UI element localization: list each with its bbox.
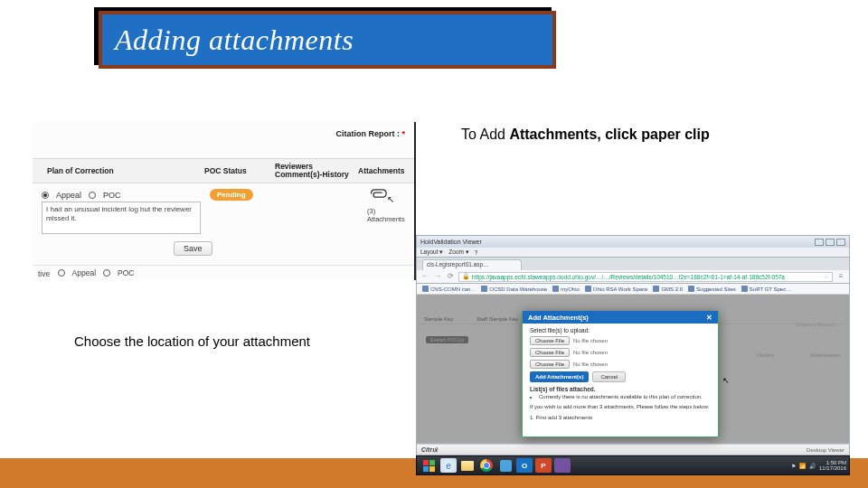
col-poc-status: POC Status — [204, 166, 275, 175]
col-plan-of-correction: Plan of Correction — [33, 166, 204, 175]
taskbar-clock[interactable]: 1:50 PM 11/17/2016 — [819, 460, 846, 471]
browser-tab[interactable]: cls-Legisreport01.asp… — [422, 259, 522, 270]
files-attached-label: List(s) of files attached. — [530, 386, 711, 392]
url-field[interactable]: 🔒 https://javaapps.ecfd.staweapps.dodd.o… — [458, 272, 833, 282]
taskbar-powerpoint-icon[interactable]: P — [535, 458, 552, 473]
bookmark-icon — [422, 286, 429, 292]
clock-date: 11/17/2016 — [819, 465, 846, 471]
col-attachments: Attachments — [358, 166, 414, 175]
maximize-button[interactable] — [826, 239, 835, 246]
appeal-poc-radio-group-2[interactable]: Appeal POC — [58, 268, 135, 277]
minimize-button[interactable] — [815, 239, 824, 246]
viewer-toolbar[interactable]: Layout ▾ Zoom ▾ ? — [416, 248, 850, 258]
radio-poc-2[interactable] — [103, 269, 110, 277]
taskbar-other-icon[interactable] — [554, 458, 571, 473]
browser-tabstrip[interactable]: cls-Legisreport01.asp… — [416, 258, 850, 270]
citrix-brand: Citrıẋ — [421, 446, 439, 454]
window-title: HoldValidation Viewer — [420, 239, 482, 245]
radio-appeal-label: Appeal — [56, 191, 81, 200]
appeal-poc-radio-group[interactable]: Appeal POC — [42, 191, 121, 200]
choose-file-button-2[interactable]: Choose File — [530, 348, 570, 357]
more-than-3-note: If you wish to add more than 3 attachmen… — [530, 404, 711, 410]
bookmark-icon — [585, 286, 591, 292]
tray-volume-icon[interactable]: 🔊 — [809, 463, 816, 469]
taskbar-folder-icon[interactable] — [459, 458, 476, 473]
radio-appeal[interactable] — [42, 192, 49, 199]
bookmark-label: CNS-COMN can… — [430, 286, 476, 292]
bookmark-item[interactable]: myOhio — [552, 286, 580, 292]
tray-network-icon[interactable]: 📶 — [799, 463, 806, 469]
start-button[interactable] — [420, 458, 438, 473]
bookmark-item[interactable]: SuRT GT Spec… — [741, 286, 791, 292]
taskbar-app-icon[interactable] — [497, 458, 514, 473]
radio-poc-label-2: POC — [118, 268, 134, 277]
windows-taskbar[interactable]: e O P ⚑ 📶 🔊 1:50 PM 11/17/2016 — [416, 455, 850, 475]
correction-note-textarea[interactable]: I had an unusual incident log but the re… — [42, 202, 201, 234]
radio-poc[interactable] — [89, 192, 96, 199]
choose-file-button-1[interactable]: Choose File — [530, 336, 570, 345]
windows-logo-icon — [423, 460, 435, 472]
layout-menu[interactable]: Layout ▾ — [420, 249, 443, 256]
modal-title-text: Add Attachment(s) — [528, 314, 589, 322]
window-titlebar[interactable]: HoldValidation Viewer — [416, 235, 850, 248]
screenshot-add-attachment-dialog: HoldValidation Viewer Layout ▾ Zoom ▾ ? … — [416, 235, 850, 456]
system-tray[interactable]: ⚑ 📶 🔊 1:50 PM 11/17/2016 — [791, 460, 846, 471]
nav-back-icon[interactable]: ← — [420, 272, 429, 281]
bookmark-icon — [653, 286, 659, 292]
zoom-menu[interactable]: Zoom ▾ — [448, 249, 468, 256]
nav-reload-icon[interactable]: ⟳ — [446, 272, 455, 281]
grid-row-2: tive Appeal POC — [33, 265, 414, 281]
empty-attachments-note: Currently there is no attachments availa… — [539, 394, 711, 399]
bookmark-label: Suggested Sites — [696, 286, 736, 292]
choose-file-button-3[interactable]: Choose File — [530, 360, 570, 369]
window-controls[interactable] — [815, 239, 845, 246]
modal-close-icon[interactable]: ✕ — [706, 314, 712, 322]
bookmark-item[interactable]: GMS 2.0 — [653, 286, 683, 292]
no-file-label-3: No file chosen — [573, 361, 608, 367]
citation-text: Citation Report : — [335, 129, 400, 138]
taskbar-ie-icon[interactable]: e — [440, 458, 457, 473]
radio-poc-label: POC — [103, 191, 121, 200]
paperclip-icon[interactable] — [369, 187, 387, 202]
bookmark-label: Ohio RSA Work Space — [593, 286, 648, 292]
bookmarks-bar[interactable]: CNS-COMN can… OCSD Data Warehouse myOhio… — [416, 284, 850, 295]
close-button[interactable] — [836, 239, 845, 246]
modal-titlebar[interactable]: Add Attachment(s) ✕ — [523, 311, 718, 324]
nav-forward-icon[interactable]: → — [433, 272, 442, 281]
tray-flag-icon[interactable]: ⚑ — [791, 463, 796, 469]
add-attachment-button[interactable]: Add Attachment(s) — [530, 371, 589, 382]
screenshot-poc-grid: Citation Report : * Plan of Correction P… — [33, 122, 416, 280]
bookmark-star-icon[interactable]: ☆ — [824, 273, 829, 280]
bookmark-item[interactable]: Ohio RSA Work Space — [585, 286, 648, 292]
url-text: https://javaapps.ecfd.staweapps.dodd.ohi… — [472, 274, 785, 280]
col-reviewers-comments: Reviewers Comment(s)-History — [275, 163, 358, 180]
bookmark-label: myOhio — [561, 286, 580, 292]
bookmark-label: OCSD Data Warehouse — [489, 286, 547, 292]
file-row-3: Choose File No file chosen — [530, 360, 711, 369]
bookmark-item[interactable]: CNS-COMN can… — [422, 286, 476, 292]
radio-appeal-2[interactable] — [58, 269, 65, 277]
radio-appeal-label-2: Appeal — [72, 268, 96, 277]
row2-prefix: tive — [38, 269, 50, 278]
attachment-count-label[interactable]: (3) Attachments — [367, 207, 414, 223]
no-file-label-2: No file chosen — [573, 350, 608, 355]
taskbar-outlook-icon[interactable]: O — [516, 458, 533, 473]
help-menu[interactable]: ? — [475, 249, 478, 256]
page-content-area: Sample Key Staff Sample Key Explanation … — [416, 295, 850, 444]
empty-attachments-text: Currently there is no attachments availa… — [539, 394, 711, 399]
step-1-text: 1. First add 3 attachments — [530, 415, 711, 421]
citrix-viewer-label: Desktop Viewer — [807, 447, 844, 453]
save-button[interactable]: Save — [174, 241, 212, 256]
taskbar-chrome-icon[interactable] — [478, 458, 495, 473]
status-pending-badge: Pending — [210, 189, 253, 201]
citrix-status-bar: Citrıẋ Desktop Viewer — [416, 444, 850, 455]
title-banner: Adding attachments — [99, 11, 556, 69]
cancel-button[interactable]: Cancel — [592, 371, 626, 382]
browser-address-bar[interactable]: ← → ⟳ 🔒 https://javaapps.ecfd.staweapps.… — [416, 270, 850, 284]
menu-icon[interactable]: ≡ — [836, 272, 845, 281]
lock-icon: 🔒 — [462, 273, 470, 280]
bookmark-item[interactable]: Suggested Sites — [688, 286, 736, 292]
bookmark-item[interactable]: OCSD Data Warehouse — [481, 286, 547, 292]
bookmark-icon — [688, 286, 694, 292]
citation-report-label: Citation Report : * — [335, 129, 405, 138]
